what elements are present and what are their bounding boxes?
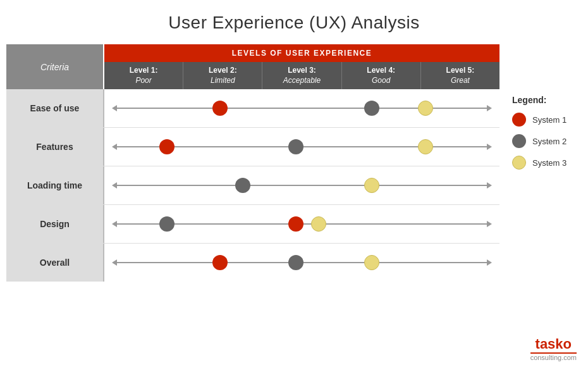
dot-yellow-1-2 bbox=[418, 139, 433, 154]
row-label-2: Loading time bbox=[6, 166, 104, 204]
legend-area: Legend: System 1System 2System 3 bbox=[499, 44, 582, 282]
row-chart-4 bbox=[104, 244, 499, 282]
dot-yellow-0-2 bbox=[418, 101, 433, 116]
dot-yellow-4-2 bbox=[364, 255, 379, 270]
page-title: User Experience (UX) Analysis bbox=[6, 13, 582, 33]
dot-red-3-1 bbox=[288, 216, 303, 232]
page: User Experience (UX) Analysis Criteria L… bbox=[0, 0, 588, 379]
dot-red-4-0 bbox=[212, 255, 228, 270]
tasko-sub: consulting.com bbox=[530, 354, 577, 361]
row-chart-2 bbox=[104, 166, 499, 204]
tasko-brand: tasko bbox=[530, 337, 577, 351]
arrow-right-icon bbox=[487, 144, 492, 150]
chart-area: Criteria LEVELS OF USER EXPERIENCE Level… bbox=[6, 44, 499, 282]
main-content: Criteria LEVELS OF USER EXPERIENCE Level… bbox=[6, 44, 582, 282]
dot-gray-2-0 bbox=[235, 178, 250, 193]
table-row: Ease of use bbox=[6, 89, 499, 128]
row-chart-0 bbox=[104, 89, 499, 127]
arrow-right-icon bbox=[487, 182, 492, 189]
legend-item-1: System 2 bbox=[512, 134, 582, 148]
row-label-1: Features bbox=[6, 128, 104, 166]
level-col-2: Level 2:Limited bbox=[183, 62, 262, 89]
legend-label-0: System 1 bbox=[532, 115, 567, 125]
legend-label-1: System 2 bbox=[532, 137, 567, 146]
table-row: Features bbox=[6, 128, 499, 166]
levels-header: LEVELS OF USER EXPERIENCE Level 1:PoorLe… bbox=[104, 44, 499, 89]
legend-items: System 1System 2System 3 bbox=[512, 113, 582, 177]
dot-gray-0-1 bbox=[364, 101, 379, 116]
row-chart-1 bbox=[104, 128, 499, 166]
dot-red-1-0 bbox=[159, 139, 175, 154]
legend-dot-yellow bbox=[512, 156, 526, 170]
legend-dot-gray bbox=[512, 134, 526, 148]
dot-yellow-3-2 bbox=[311, 216, 326, 232]
legend-item-0: System 1 bbox=[512, 113, 582, 127]
level-col-3: Level 3:Acceptable bbox=[262, 62, 341, 89]
row-chart-3 bbox=[104, 205, 499, 243]
row-label-4: Overall bbox=[6, 244, 104, 282]
legend-label-2: System 3 bbox=[532, 158, 567, 168]
arrow-left-icon bbox=[112, 144, 117, 150]
arrow-left-icon bbox=[112, 221, 117, 227]
arrow-right-icon bbox=[487, 221, 492, 227]
level-col-5: Level 5:Great bbox=[421, 62, 499, 89]
criteria-header: Criteria bbox=[6, 44, 104, 89]
arrow-left-icon bbox=[112, 182, 117, 189]
row-label-0: Ease of use bbox=[6, 89, 104, 127]
arrow-right-icon bbox=[487, 259, 492, 266]
arrow-right-icon bbox=[487, 105, 492, 111]
data-rows: Ease of useFeaturesLoading timeDesignOve… bbox=[6, 89, 499, 282]
level-col-1: Level 1:Poor bbox=[104, 62, 183, 89]
header-row: Criteria LEVELS OF USER EXPERIENCE Level… bbox=[6, 44, 499, 89]
chart-line bbox=[117, 185, 487, 186]
levels-cols: Level 1:PoorLevel 2:LimitedLevel 3:Accep… bbox=[104, 62, 499, 89]
dot-yellow-2-1 bbox=[364, 178, 379, 193]
table-row: Design bbox=[6, 205, 499, 244]
dot-red-0-0 bbox=[212, 101, 228, 116]
dot-gray-4-1 bbox=[288, 255, 303, 270]
arrow-left-icon bbox=[112, 259, 117, 266]
row-label-3: Design bbox=[6, 205, 104, 243]
tasko-logo: tasko consulting.com bbox=[530, 337, 577, 361]
arrow-left-icon bbox=[112, 105, 117, 111]
legend-dot-red bbox=[512, 113, 526, 127]
table-row: Loading time bbox=[6, 166, 499, 205]
legend-title: Legend: bbox=[512, 95, 582, 105]
level-col-4: Level 4:Good bbox=[342, 62, 421, 89]
dot-gray-1-1 bbox=[288, 139, 303, 154]
legend-item-2: System 3 bbox=[512, 156, 582, 170]
table-row: Overall bbox=[6, 244, 499, 282]
levels-title-bar: LEVELS OF USER EXPERIENCE bbox=[104, 44, 499, 62]
dot-gray-3-0 bbox=[159, 216, 175, 232]
